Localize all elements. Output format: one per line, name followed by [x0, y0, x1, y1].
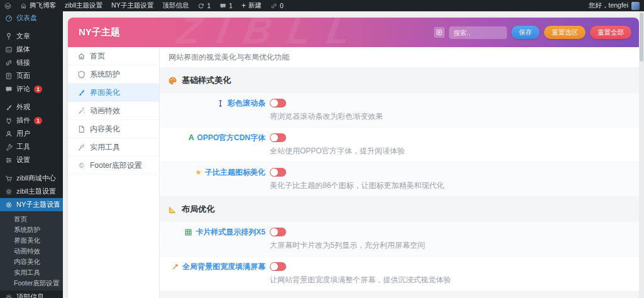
- sidebar-item-zibll-store[interactable]: zibll商城中心: [0, 172, 63, 185]
- admin-bar-updates[interactable]: 1: [193, 0, 215, 11]
- sidebar-item-pages[interactable]: 页面: [0, 69, 63, 82]
- settings-nav: 首页 系统防护 界面美化 动画特效 内容美化 实用工具: [68, 47, 160, 298]
- search-input[interactable]: [449, 26, 507, 39]
- submenu-item-system-protection[interactable]: 系统防护: [0, 224, 63, 235]
- admin-bar-account[interactable]: 您好，tengfei: [589, 1, 644, 10]
- star-icon: ★: [195, 168, 202, 177]
- wp-sidebar: 仪表盘 文章 媒体 链接 页面 评论 1 外观 插件 1 用户 工具 设: [0, 11, 63, 298]
- site-name: 腾飞博客: [30, 1, 56, 10]
- reset-all-button[interactable]: 重置全部: [590, 26, 631, 39]
- grid-icon: [184, 228, 192, 236]
- setting-label[interactable]: A OPPO官方CDN字体: [160, 133, 265, 143]
- submenu-item-footer-settings[interactable]: Footer底部设置: [0, 278, 63, 289]
- tab-footer-settings[interactable]: © Footer底部设置: [68, 157, 159, 175]
- submenu-item-content-beautify[interactable]: 内容美化: [0, 257, 63, 267]
- chain-icon: [270, 3, 277, 9]
- panel-header: ZIBLL NY子主题 保存 重置选区 重置全部: [68, 18, 639, 47]
- setting-label-text: 全局背景图宽度填满屏幕: [182, 262, 265, 272]
- save-button[interactable]: 保存: [511, 26, 540, 39]
- sidebar-item-tools[interactable]: 工具: [0, 140, 63, 153]
- section-title: 布局优化: [182, 204, 214, 215]
- admin-bar-comments[interactable]: 1: [215, 0, 237, 11]
- wordpress-logo-menu[interactable]: [0, 0, 16, 11]
- sidebar-item-plugins[interactable]: 插件 1: [0, 114, 63, 127]
- toggle-knob: [270, 99, 278, 107]
- sidebar-separator: [0, 167, 63, 172]
- tab-home[interactable]: 首页: [68, 47, 159, 65]
- sidebar-item-ny-child-settings[interactable]: NY子主题设置: [0, 198, 63, 211]
- admin-bar-site-link[interactable]: 腾飞博客: [16, 0, 60, 11]
- sidebar-item-top-info[interactable]: 顶部信息: [0, 290, 63, 298]
- pin-icon: [5, 33, 13, 40]
- setting-description: 大屏幕时卡片改为5列显示，充分利用屏幕空间: [270, 240, 639, 251]
- sidebar-item-label: 工具: [16, 143, 30, 151]
- setting-row-icon-beautify: ★ 子比主题图标美化 美化子比主题的86个图标，让图标更加精美和现代化: [160, 162, 639, 197]
- setting-label[interactable]: ★ 子比主题图标美化: [160, 168, 265, 177]
- sidebar-item-label: 页面: [16, 72, 30, 80]
- tab-label: 界面美化: [90, 87, 120, 98]
- header-controls: 保存 重置选区 重置全部: [434, 26, 631, 39]
- toggle-switch[interactable]: [270, 133, 286, 142]
- toggle-switch[interactable]: [270, 262, 286, 271]
- submenu-item-utilities[interactable]: 实用工具: [0, 267, 63, 278]
- menu-label: zibll主题设置: [65, 1, 103, 10]
- diagonal-arrow-icon: [171, 263, 179, 271]
- comments-count: 1: [229, 2, 233, 9]
- setting-label[interactable]: 彩色滚动条: [160, 99, 265, 108]
- admin-bar-zibll-settings[interactable]: zibll主题设置: [60, 0, 107, 11]
- submenu-item-animation[interactable]: 动画特效: [0, 246, 63, 257]
- menu-list-button[interactable]: [434, 27, 445, 38]
- toggle-switch[interactable]: [270, 99, 286, 108]
- tab-animation[interactable]: 动画特效: [68, 102, 159, 120]
- toggle-switch[interactable]: [270, 168, 286, 177]
- sidebar-item-links[interactable]: 链接: [0, 56, 63, 69]
- chain-icon: [5, 59, 13, 67]
- admin-bar-new[interactable]: + 新建: [237, 0, 266, 11]
- tab-system-protection[interactable]: 系统防护: [68, 65, 159, 84]
- ruler-triangle-icon: [168, 205, 177, 214]
- sidebar-item-posts[interactable]: 文章: [0, 30, 63, 43]
- submenu-item-home[interactable]: 首页: [0, 214, 63, 224]
- page-scrollbar[interactable]: [639, 11, 644, 298]
- submenu-item-ui-beautify[interactable]: 界面美化: [0, 235, 63, 246]
- toggle-switch[interactable]: [270, 228, 286, 236]
- greeting-text: 您好，tengfei: [589, 1, 628, 10]
- settings-panel: ZIBLL NY子主题 保存 重置选区 重置全部 首页 系统防护 界: [68, 18, 639, 298]
- sidebar-item-appearance[interactable]: 外观: [0, 101, 63, 114]
- setting-label[interactable]: 卡片样式显示排列X5: [160, 228, 265, 237]
- copyright-icon: ©: [77, 162, 86, 170]
- tab-content-beautify[interactable]: 内容美化: [68, 120, 159, 138]
- sidebar-item-zibll-theme-settings[interactable]: zibll主题设置: [0, 185, 63, 198]
- setting-label-text: 卡片样式显示排列X5: [196, 227, 265, 238]
- sidebar-item-media[interactable]: 媒体: [0, 43, 63, 56]
- admin-bar-ny-child-settings[interactable]: NY子主题设置: [107, 0, 158, 11]
- panel-body: 首页 系统防护 界面美化 动画特效 内容美化 实用工具: [68, 47, 639, 298]
- wordpress-logo-icon: [4, 3, 11, 9]
- section-header-components: 组件美化: [160, 291, 639, 298]
- toggle-knob: [270, 168, 278, 176]
- tab-utilities[interactable]: 实用工具: [68, 138, 159, 157]
- toggle-knob: [270, 263, 278, 270]
- sidebar-item-settings[interactable]: 设置: [0, 153, 63, 167]
- gear-icon: [5, 294, 13, 298]
- links-count: 0: [280, 2, 284, 9]
- setting-row-colorful-scrollbar: 彩色滚动条 将浏览器滚动条改为彩色渐变效果: [160, 93, 639, 128]
- sidebar-item-comments[interactable]: 评论 1: [0, 82, 63, 96]
- setting-description: 将浏览器滚动条改为彩色渐变效果: [270, 111, 639, 122]
- cart-icon: [5, 175, 13, 182]
- admin-bar-links[interactable]: 0: [266, 0, 288, 11]
- scrollbar-thumb[interactable]: [640, 13, 643, 62]
- list-menu-icon: [436, 29, 443, 36]
- sidebar-item-label: 媒体: [16, 45, 30, 53]
- gear-icon: [5, 201, 13, 209]
- sidebar-item-dashboard[interactable]: 仪表盘: [0, 11, 63, 25]
- sidebar-item-users[interactable]: 用户: [0, 127, 63, 140]
- admin-bar-top-info[interactable]: 顶部信息: [158, 0, 193, 11]
- reset-section-button[interactable]: 重置选区: [544, 26, 586, 39]
- wrench-icon: [5, 143, 13, 151]
- setting-control-area: 大屏幕时卡片改为5列显示，充分利用屏幕空间: [265, 228, 639, 251]
- comment-icon: [5, 86, 13, 93]
- tab-ui-beautify[interactable]: 界面美化: [68, 84, 159, 102]
- setting-control-area: 美化子比主题的86个图标，让图标更加精美和现代化: [265, 168, 639, 191]
- setting-label[interactable]: 全局背景图宽度填满屏幕: [160, 262, 265, 272]
